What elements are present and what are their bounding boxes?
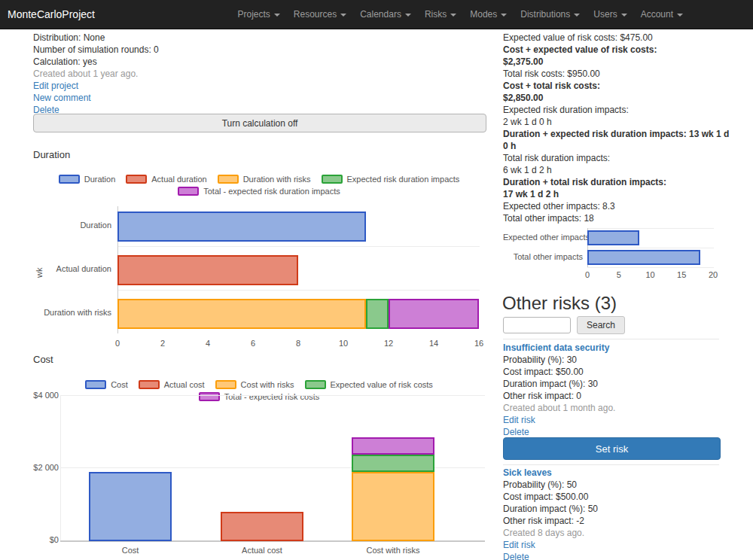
duration-bar-segment — [117, 212, 366, 242]
x-tick: 0 — [580, 270, 595, 279]
gridline — [587, 267, 714, 268]
summary-line: 2 wk 1 d 0 h — [503, 116, 723, 128]
legend-item: Actual duration — [126, 175, 206, 184]
nav-item-modes[interactable]: Modes — [463, 0, 514, 29]
nav-item-users[interactable]: Users — [587, 0, 633, 29]
edit-risk-link[interactable]: Edit risk — [503, 414, 723, 426]
new-comment-link[interactable]: New comment — [33, 92, 485, 104]
duration-bar-segment — [389, 299, 479, 329]
x-tick: 2 — [154, 339, 172, 348]
navbar-brand[interactable]: MonteCarloProject — [8, 0, 95, 29]
total-other-impacts-bar — [587, 250, 715, 265]
cost-bar-segment — [352, 437, 434, 455]
risk-probability: Probability (%): 30 — [503, 354, 723, 366]
duration-row-label: Duration with risks — [33, 308, 111, 317]
x-tick: 14 — [425, 339, 443, 348]
x-tick: 12 — [380, 339, 398, 348]
legend-item: Actual cost — [139, 380, 205, 389]
duration-bar-row — [117, 212, 480, 242]
project-created: Created about 1 year ago. — [33, 68, 485, 80]
risk-duration-impact: Duration impact (%): 50 — [503, 503, 723, 515]
x-tick: 6 — [244, 339, 262, 348]
gridline — [117, 246, 480, 247]
summary-line: Expected value of risk costs: $475.00 — [503, 32, 723, 44]
summary-line: 0 h — [503, 140, 723, 152]
nav-item-risks[interactable]: Risks — [418, 0, 463, 29]
cost-chart: $4 000 $2 000 $0 Cost Actual cost Cost w… — [33, 391, 485, 560]
edit-risk-link[interactable]: Edit risk — [503, 539, 723, 551]
turn-calculation-off-button[interactable]: Turn calculation off — [33, 114, 486, 132]
chevron-down-icon — [274, 14, 280, 17]
cost-bar-segment — [352, 472, 434, 541]
risk-probability: Probability (%): 50 — [503, 479, 723, 491]
search-button[interactable]: Search — [577, 316, 625, 334]
gridline — [587, 248, 714, 248]
summary-line: Expected other impacts: 8.3 — [503, 200, 723, 212]
risk-title-link[interactable]: Insufficient data security — [503, 342, 723, 354]
summary-line: Total other impacts: 18 — [503, 212, 723, 224]
risk-other-impact: Other risk impact: -2 — [503, 515, 723, 527]
project-distribution: Distribution: None — [33, 32, 485, 44]
nav-item-projects[interactable]: Projects — [230, 0, 286, 29]
project-simulation-rounds: Number of simulation rounds: 0 — [33, 44, 485, 56]
x-tick: 10 — [643, 270, 658, 279]
duration-bar-segment — [366, 299, 389, 329]
y-tick: $4 000 — [29, 391, 59, 400]
actual-duration-bar-row — [117, 255, 480, 285]
other-impacts-chart: Expected other impacts Total other impac… — [503, 226, 723, 283]
summary-line: Cost + total risk costs: — [503, 80, 723, 92]
nav-item-calendars[interactable]: Calendars — [353, 0, 418, 29]
chevron-down-icon — [621, 14, 627, 17]
legend-item: Cost — [85, 380, 128, 389]
duration-chart: wk Duration Actual duration Duration wit… — [33, 206, 485, 353]
divider — [503, 339, 719, 339]
summary-line: $2,375.00 — [503, 56, 723, 68]
legend-item: Total - expected risk duration impacts — [178, 187, 340, 196]
x-tick: 8 — [289, 339, 307, 348]
duration-with-risks-bar-row — [117, 299, 480, 329]
gridline — [60, 395, 61, 541]
x-category-label: Cost — [85, 546, 175, 555]
x-tick: 16 — [470, 339, 488, 348]
legend-swatch — [322, 175, 343, 184]
legend-swatch — [215, 380, 236, 389]
nav-item-account[interactable]: Account — [634, 0, 690, 29]
summary-line: Expected risk duration impacts: — [503, 104, 723, 116]
duration-bar-segment — [117, 255, 298, 285]
risk-title-link[interactable]: Sick leaves — [503, 467, 723, 479]
legend-swatch — [305, 380, 326, 389]
x-tick: 15 — [674, 270, 689, 279]
legend-item: Duration — [59, 175, 116, 184]
risk-created: Created about 1 month ago. — [503, 402, 723, 414]
search-input[interactable] — [503, 317, 571, 333]
summary-line: Cost + expected value of risk costs: — [503, 44, 723, 56]
risk-cost-impact: Cost impact: $500.00 — [503, 491, 723, 503]
legend-swatch — [218, 175, 239, 184]
nav-item-distributions[interactable]: Distributions — [514, 0, 587, 29]
legend-item: Cost with risks — [215, 380, 294, 389]
cost-bar-segment — [89, 472, 172, 541]
duration-bar-segment — [117, 299, 366, 329]
duration-section-title: Duration — [33, 149, 70, 160]
cost-bar-segment — [221, 512, 303, 541]
risk-summary: Expected value of risk costs: $475.00 Co… — [503, 32, 723, 224]
chevron-down-icon — [677, 14, 683, 17]
nav-item-resources[interactable]: Resources — [287, 0, 353, 29]
legend-swatch — [85, 380, 106, 389]
risk-duration-impact: Duration impact (%): 30 — [503, 378, 723, 390]
risk-item: Sick leaves Probability (%): 50 Cost imp… — [503, 467, 723, 560]
expected-other-impacts-bar — [587, 230, 715, 245]
delete-risk-link[interactable]: Delete — [503, 551, 723, 560]
delete-risk-link[interactable]: Delete — [503, 426, 723, 438]
summary-line: 6 wk 1 d 2 h — [503, 164, 723, 176]
set-risk-button[interactable]: Set risk — [503, 437, 721, 460]
duration-row-label: Actual duration — [33, 264, 111, 273]
impacts-bar-segment — [587, 250, 700, 265]
summary-line: Duration + expected risk duration impact… — [503, 128, 723, 140]
duration-chart-legend: Duration Actual duration Duration with r… — [33, 173, 485, 197]
chevron-down-icon — [574, 14, 580, 17]
risk-created: Created 8 days ago. — [503, 527, 723, 539]
impacts-row-label: Expected other impacts — [503, 233, 583, 242]
edit-project-link[interactable]: Edit project — [33, 80, 485, 92]
impacts-bar-segment — [587, 230, 639, 245]
